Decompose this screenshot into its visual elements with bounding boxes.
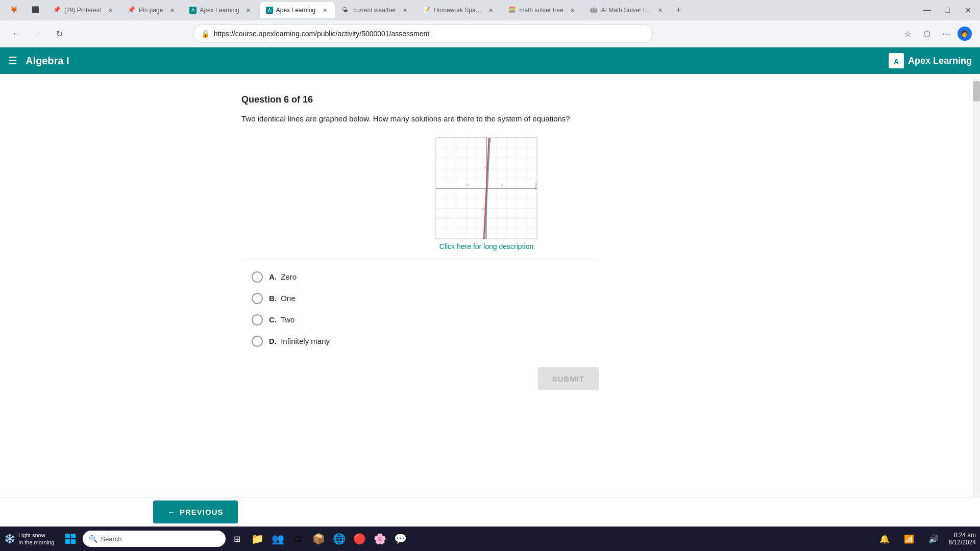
tab-aimath-label: AI Math Solver I… <box>601 7 651 14</box>
taskbar: ❄️ Light snow In the morning 🔍 Search ⊞ … <box>0 527 980 551</box>
taskview-button[interactable]: ⊞ <box>228 530 246 548</box>
new-tab-button[interactable]: + <box>671 3 685 17</box>
menu-icon[interactable]: ☰ <box>8 55 17 67</box>
taskbar-whatsapp[interactable]: 💬 <box>391 530 409 548</box>
radio-c[interactable] <box>252 314 263 325</box>
taskbar-clock: 8:24 am 6/12/2024 <box>949 532 976 546</box>
windows-icon <box>65 534 76 544</box>
tab-weather-label: current weather <box>353 7 396 14</box>
apex-logo-icon: A <box>889 53 904 68</box>
tab-pinterest-label: (29) Pinterest <box>64 7 101 14</box>
minimize-button[interactable]: — <box>919 2 935 18</box>
submit-button[interactable]: SUBMIT <box>538 367 599 390</box>
maximize-button[interactable]: □ <box>939 2 955 18</box>
taskbar-files[interactable]: 🗂 <box>289 530 307 548</box>
taskbar-volume[interactable]: 🔊 <box>924 530 943 548</box>
previous-button[interactable]: ← PREVIOUS <box>153 500 238 523</box>
tab-homework-label: Homework Spa… <box>434 7 482 14</box>
tab-homework[interactable]: 📝 Homework Spa… ✕ <box>416 2 501 18</box>
tab-bar: 🦊 ⬛ 📌 (29) Pinterest ✕ 📌 Pin page ✕ A Ap… <box>0 0 980 20</box>
tab-newtab[interactable]: ⬛ <box>26 2 46 18</box>
taskbar-ext1[interactable]: 🌸 <box>371 530 389 548</box>
long-description-link[interactable]: Click here for long description <box>439 242 533 251</box>
tab-aimath-close[interactable]: ✕ <box>656 6 664 14</box>
choice-b-letter: B. <box>269 294 277 303</box>
previous-button-label: PREVIOUS <box>180 508 224 516</box>
answer-choices: A. Zero B. One C. Two <box>252 271 731 347</box>
apex-header: ☰ Algebra I A Apex Learning <box>0 47 980 74</box>
svg-rect-34 <box>65 534 70 538</box>
newtab-favicon: ⬛ <box>32 6 40 14</box>
scrollbar[interactable] <box>973 79 980 497</box>
question-number: Question 6 of 16 <box>241 94 731 105</box>
apex1-favicon: A <box>189 7 197 14</box>
radio-b[interactable] <box>252 293 263 304</box>
tab-homework-close[interactable]: ✕ <box>487 6 495 14</box>
taskbar-amazon[interactable]: 📦 <box>309 530 328 548</box>
tab-aimath[interactable]: 🤖 AI Math Solver I… ✕ <box>584 2 670 18</box>
tab-weather[interactable]: 🌤 current weather ✕ <box>336 2 415 18</box>
radio-a[interactable] <box>252 271 263 283</box>
more-options-icon[interactable]: ⋯ <box>938 26 954 42</box>
svg-rect-37 <box>71 539 76 544</box>
date-display: 6/12/2024 <box>949 539 976 546</box>
taskbar-network[interactable]: 📶 <box>900 530 918 548</box>
svg-text:-5: -5 <box>465 183 469 187</box>
reading-mode-icon[interactable]: ⬡ <box>919 26 935 42</box>
tab-firefox[interactable]: 🦊 <box>4 2 24 18</box>
choice-d-text: Infinitely many <box>281 337 330 345</box>
choice-c-letter: C. <box>269 315 277 324</box>
main-content: Question 6 of 16 Two identical lines are… <box>231 79 742 400</box>
choice-a[interactable]: A. Zero <box>252 271 731 283</box>
tab-mathfree[interactable]: 🧮 math solver free ✕ <box>502 2 583 18</box>
tab-apex1-close[interactable]: ✕ <box>244 6 253 14</box>
browser-chrome: 🦊 ⬛ 📌 (29) Pinterest ✕ 📌 Pin page ✕ A Ap… <box>0 0 980 47</box>
taskbar-search-icon: 🔍 <box>89 535 97 543</box>
taskbar-edge[interactable]: 🌐 <box>330 530 348 548</box>
url-bar[interactable]: 🔒 https://course.apexlearning.com/public… <box>193 24 653 43</box>
svg-rect-36 <box>65 539 70 544</box>
taskbar-search[interactable]: 🔍 Search <box>83 531 226 547</box>
choice-b[interactable]: B. One <box>252 293 731 304</box>
svg-text:A: A <box>894 58 899 66</box>
url-text: https://course.apexlearning.com/public/a… <box>214 30 645 38</box>
forward-button[interactable]: → <box>30 26 46 42</box>
profile-icon[interactable]: 🧑 <box>958 27 972 41</box>
course-title: Algebra I <box>26 55 69 67</box>
tab-pinterest-close[interactable]: ✕ <box>106 6 114 14</box>
tab-apex2[interactable]: A Apex Learning ✕ <box>260 2 335 18</box>
tab-pinpage-close[interactable]: ✕ <box>168 6 176 14</box>
radio-d[interactable] <box>252 336 263 347</box>
pinterest-favicon: 📌 <box>53 6 61 14</box>
taskbar-explorer[interactable]: 📁 <box>248 530 266 548</box>
tab-apex2-close[interactable]: ✕ <box>321 6 329 14</box>
taskbar-opera[interactable]: 🔴 <box>350 530 369 548</box>
tab-apex1[interactable]: A Apex Learning ✕ <box>183 2 258 18</box>
start-button[interactable] <box>60 529 81 549</box>
taskbar-notifications[interactable]: 🔔 <box>875 530 894 548</box>
coordinate-graph: x y 5 -5 5 -5 <box>435 137 537 239</box>
tab-pinterest[interactable]: 📌 (29) Pinterest ✕ <box>47 2 120 18</box>
scroll-thumb[interactable] <box>973 81 980 102</box>
apex-logo: A Apex Learning <box>889 53 972 68</box>
bottom-nav-bar: ← PREVIOUS <box>0 497 980 527</box>
refresh-button[interactable]: ↻ <box>51 26 67 42</box>
choice-d-letter: D. <box>269 337 277 345</box>
choice-d[interactable]: D. Infinitely many <box>252 336 731 347</box>
taskbar-right: 🔔 📶 🔊 8:24 am 6/12/2024 <box>875 530 976 548</box>
tab-mathfree-close[interactable]: ✕ <box>569 6 577 14</box>
address-actions: ☆ ⬡ ⋯ 🧑 <box>899 26 972 42</box>
svg-text:5: 5 <box>501 183 503 187</box>
bookmark-icon[interactable]: ☆ <box>899 26 916 42</box>
tab-pinpage[interactable]: 📌 Pin page ✕ <box>121 2 182 18</box>
taskbar-teams[interactable]: 👥 <box>268 530 287 548</box>
close-window-button[interactable]: ✕ <box>960 2 976 18</box>
weather-condition: Light snow <box>18 532 54 539</box>
weather-widget: ❄️ Light snow In the morning <box>4 532 54 546</box>
address-bar: ← → ↻ 🔒 https://course.apexlearning.com/… <box>0 20 980 47</box>
time-display: 8:24 am <box>954 532 976 539</box>
aimath-favicon: 🤖 <box>590 6 598 14</box>
back-button[interactable]: ← <box>8 26 24 42</box>
tab-weather-close[interactable]: ✕ <box>401 6 409 14</box>
choice-c[interactable]: C. Two <box>252 314 731 325</box>
